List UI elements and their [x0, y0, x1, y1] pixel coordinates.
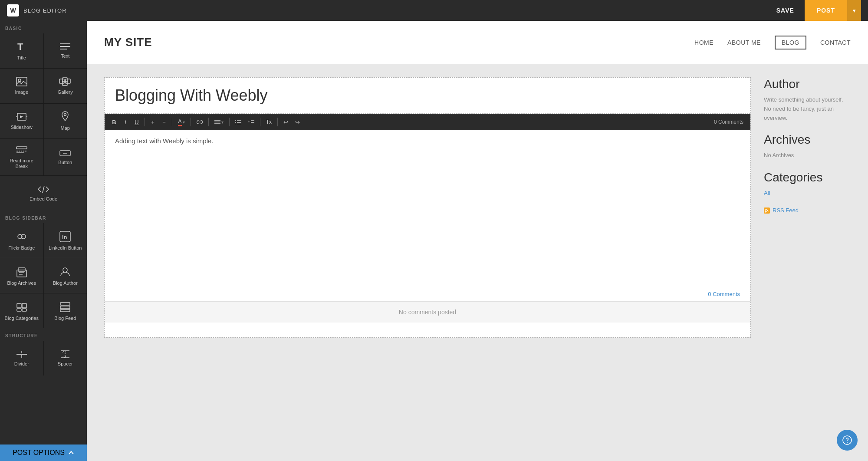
sidebar-item-embed-code-label: Embed Code [30, 196, 57, 202]
archives-widget: Archives No Archives [764, 133, 851, 160]
sidebar-item-flickr-badge[interactable]: Flickr Badge [0, 223, 43, 258]
toolbar-divider-6 [260, 118, 260, 126]
author-widget-title: Author [764, 77, 851, 91]
sidebar-item-embed-code[interactable]: Embed Code [0, 176, 87, 211]
rss-row: RSS Feed [764, 207, 851, 214]
nav-home[interactable]: HOME [694, 39, 713, 46]
sidebar-item-image[interactable]: Image [0, 69, 43, 103]
read-more-break-icon [16, 145, 28, 155]
nav-contact[interactable]: CONTACT [820, 39, 851, 46]
toolbar-italic[interactable]: I [120, 116, 131, 128]
toolbar-ordered-list[interactable]: 1.2. [245, 116, 257, 128]
sidebar-item-blog-author[interactable]: Blog Author [44, 258, 87, 293]
sidebar-item-linkedin-button[interactable]: in LinkedIn Button [44, 223, 87, 258]
toolbar-undo[interactable]: ↩ [280, 116, 291, 128]
blog-editor-label: BLOG EDITOR [23, 7, 67, 14]
linkedin-button-icon: in [59, 230, 71, 243]
svg-text:2.: 2. [248, 121, 250, 124]
svg-rect-34 [60, 306, 70, 309]
toolbar-divider-7 [277, 118, 278, 126]
content-area: B I U + − A ▾ ▾ [87, 64, 868, 351]
sidebar-item-slideshow[interactable]: Slideshow [0, 104, 43, 138]
nav-about-me[interactable]: ABOUT ME [727, 39, 761, 46]
sidebar-item-blog-archives-label: Blog Archives [7, 280, 36, 286]
post-options-bar[interactable]: POST OPTIONS [0, 445, 87, 461]
toolbar-increase-font[interactable]: + [148, 116, 158, 128]
nav-blog[interactable]: BLOG [775, 36, 806, 49]
no-comments-text: No comments posted [115, 309, 740, 316]
post-options-label: POST OPTIONS [13, 449, 65, 457]
help-button[interactable] [837, 430, 858, 451]
toolbar-divider-1 [145, 118, 145, 126]
toolbar-align[interactable]: ▾ [211, 116, 227, 128]
button-icon [59, 149, 71, 157]
structure-section-label: STRUCTURE [0, 328, 87, 341]
sidebar-item-title-label: Title [17, 55, 26, 61]
svg-rect-25 [18, 268, 25, 271]
toolbar-bold[interactable]: B [109, 116, 119, 128]
divider-icon [16, 350, 28, 359]
svg-rect-35 [60, 310, 70, 312]
structure-items-grid: Divider Spacer [0, 341, 87, 375]
post-title-input[interactable] [115, 86, 740, 105]
sidebar-item-blog-archives[interactable]: Blog Archives [0, 258, 43, 293]
archives-widget-text: No Archives [764, 151, 851, 160]
sidebar-item-blog-feed[interactable]: Blog Feed [44, 293, 87, 328]
sidebar-item-button[interactable]: Button [44, 139, 87, 175]
blog-sidebar-section-label: BLOG SIDEBAR [0, 211, 87, 223]
archives-widget-title: Archives [764, 133, 851, 147]
sidebar-item-button-label: Button [58, 160, 72, 165]
sidebar-item-text[interactable]: Text [44, 33, 87, 68]
editor-toolbar: B I U + − A ▾ ▾ [105, 114, 750, 130]
toolbar-link[interactable] [194, 116, 206, 128]
blog-post-editor: B I U + − A ▾ ▾ [104, 77, 751, 338]
blog-categories-icon [16, 301, 28, 313]
toolbar-font-color[interactable]: A ▾ [175, 116, 188, 128]
toolbar-decrease-font[interactable]: − [159, 116, 169, 128]
toolbar-comments-count[interactable]: 0 Comments [711, 119, 746, 125]
svg-line-19 [43, 186, 44, 193]
sidebar-item-blog-categories[interactable]: Blog Categories [0, 293, 43, 328]
save-button[interactable]: SAVE [766, 0, 805, 21]
top-bar-left: W BLOG EDITOR [7, 4, 67, 16]
post-button[interactable]: POST [805, 0, 847, 21]
toolbar-underline[interactable]: U [132, 116, 142, 128]
rss-icon [764, 207, 770, 214]
site-nav: HOME ABOUT ME BLOG CONTACT [694, 36, 851, 49]
sidebar-item-read-more-break[interactable]: Read more Break [0, 139, 43, 175]
sidebar-item-map[interactable]: Map [44, 104, 87, 138]
categories-widget: Categories All [764, 171, 851, 197]
svg-rect-32 [22, 309, 26, 311]
all-categories-link[interactable]: All [764, 190, 770, 196]
map-icon [60, 111, 70, 123]
rss-feed-link[interactable]: RSS Feed [773, 207, 799, 214]
sidebar-item-gallery[interactable]: Gallery [44, 69, 87, 103]
sidebar-item-divider[interactable]: Divider [0, 341, 43, 375]
editor-body[interactable]: Adding text with Weebly is simple. [105, 130, 750, 286]
sidebar-item-spacer-label: Spacer [58, 361, 73, 367]
chevron-up-icon [68, 450, 74, 456]
toolbar-divider-5 [229, 118, 230, 126]
sidebar-item-map-label: Map [61, 125, 70, 131]
blog-author-icon [59, 266, 71, 278]
sidebar-item-title[interactable]: T Title [0, 33, 43, 68]
sidebar-item-spacer[interactable]: Spacer [44, 341, 87, 375]
right-sidebar: Author Write something about yourself. N… [764, 77, 851, 338]
top-bar-right: SAVE POST ▾ [766, 0, 861, 21]
comments-link[interactable]: 0 Comments [708, 291, 740, 297]
categories-widget-title: Categories [764, 171, 851, 184]
svg-point-45 [235, 120, 236, 121]
slideshow-icon [16, 112, 28, 122]
comments-section: No comments posted [105, 301, 750, 323]
svg-point-57 [847, 442, 848, 443]
author-widget-text: Write something about yourself. No need … [764, 95, 851, 122]
post-dropdown-arrow[interactable]: ▾ [847, 0, 861, 21]
toolbar-clear-formatting[interactable]: Tx [263, 116, 275, 128]
svg-rect-29 [17, 303, 21, 308]
toolbar-unordered-list[interactable] [232, 116, 244, 128]
svg-text:in: in [62, 234, 67, 240]
image-icon [16, 76, 28, 87]
blog-sidebar-items-grid: Flickr Badge in LinkedIn Button Blog Arc… [0, 223, 87, 328]
toolbar-redo[interactable]: ↪ [292, 116, 303, 128]
help-icon [842, 435, 852, 445]
